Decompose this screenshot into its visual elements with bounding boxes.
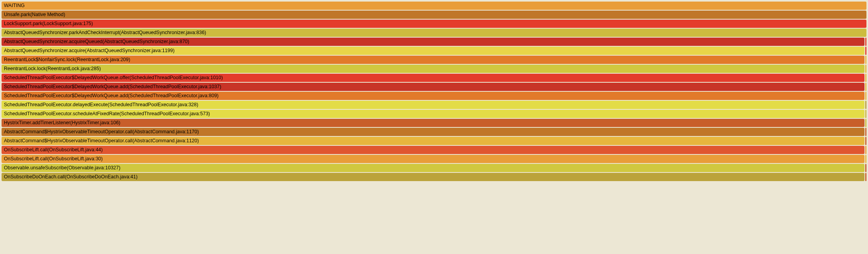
stack-frame-row[interactable]: AbstractQueuedSynchronizer.parkAndCheckI…: [2, 29, 866, 37]
stack-frame-row[interactable]: ScheduledThreadPoolExecutor.delayedExecu…: [2, 101, 866, 109]
stack-frame-bar[interactable]: ScheduledThreadPoolExecutor$DelayedWorkQ…: [2, 92, 864, 100]
stack-frame-sliver[interactable]: [865, 101, 866, 109]
stack-frame-bar[interactable]: WAITING: [2, 2, 866, 10]
stack-frame-sliver[interactable]: [865, 74, 866, 82]
stack-frame-sliver[interactable]: [865, 83, 866, 91]
stack-frame-sliver[interactable]: [865, 110, 866, 118]
stack-frame-bar[interactable]: AbstractQueuedSynchronizer.acquireQueued…: [2, 38, 864, 46]
stack-frame-sliver[interactable]: [865, 164, 866, 172]
stack-frame-bar[interactable]: AbstractCommand$HystrixObservableTimeout…: [2, 128, 864, 136]
stack-frame-sliver[interactable]: [865, 56, 866, 64]
stack-frame-bar[interactable]: HystrixTimer.addTimerListener(HystrixTim…: [2, 119, 864, 127]
stack-frame-row[interactable]: ScheduledThreadPoolExecutor$DelayedWorkQ…: [2, 92, 866, 100]
stack-frame-bar[interactable]: ReentrantLock$NonfairSync.lock(Reentrant…: [2, 56, 864, 64]
stack-frame-sliver[interactable]: [865, 92, 866, 100]
stack-frame-row[interactable]: AbstractCommand$HystrixObservableTimeout…: [2, 128, 866, 136]
stack-frame-bar[interactable]: AbstractCommand$HystrixObservableTimeout…: [2, 137, 864, 145]
stack-frame-sliver[interactable]: [865, 137, 866, 145]
flame-graph: WAITINGUnsafe.park(Native Method)LockSup…: [2, 2, 866, 181]
stack-frame-row[interactable]: OnSubscribeLift.call(OnSubscribeLift.jav…: [2, 155, 866, 163]
stack-frame-sliver[interactable]: [865, 38, 866, 46]
stack-frame-row[interactable]: ScheduledThreadPoolExecutor.scheduleAtFi…: [2, 110, 866, 118]
stack-frame-bar[interactable]: Observable.unsafeSubscribe(Observable.ja…: [2, 164, 864, 172]
stack-frame-row[interactable]: HystrixTimer.addTimerListener(HystrixTim…: [2, 119, 866, 127]
stack-frame-bar[interactable]: ScheduledThreadPoolExecutor$DelayedWorkQ…: [2, 74, 864, 82]
stack-frame-bar[interactable]: OnSubscribeDoOnEach.call(OnSubscribeDoOn…: [2, 173, 864, 181]
stack-frame-bar[interactable]: LockSupport.park(LockSupport.java:175): [2, 20, 866, 28]
stack-frame-bar[interactable]: Unsafe.park(Native Method): [2, 11, 866, 19]
stack-frame-row[interactable]: ReentrantLock.lock(ReentrantLock.java:28…: [2, 65, 866, 73]
stack-frame-bar[interactable]: AbstractQueuedSynchronizer.parkAndCheckI…: [2, 29, 866, 37]
stack-frame-row[interactable]: LockSupport.park(LockSupport.java:175): [2, 20, 866, 28]
stack-frame-row[interactable]: ScheduledThreadPoolExecutor$DelayedWorkQ…: [2, 83, 866, 91]
stack-frame-sliver[interactable]: [865, 119, 866, 127]
stack-frame-bar[interactable]: ScheduledThreadPoolExecutor.delayedExecu…: [2, 101, 864, 109]
stack-frame-sliver[interactable]: [865, 65, 866, 73]
stack-frame-bar[interactable]: ReentrantLock.lock(ReentrantLock.java:28…: [2, 65, 864, 73]
stack-frame-sliver[interactable]: [865, 47, 866, 55]
stack-frame-bar[interactable]: OnSubscribeLift.call(OnSubscribeLift.jav…: [2, 155, 864, 163]
stack-frame-bar[interactable]: ScheduledThreadPoolExecutor.scheduleAtFi…: [2, 110, 864, 118]
stack-frame-row[interactable]: Observable.unsafeSubscribe(Observable.ja…: [2, 164, 866, 172]
stack-frame-sliver[interactable]: [865, 155, 866, 163]
stack-frame-row[interactable]: AbstractQueuedSynchronizer.acquire(Abstr…: [2, 47, 866, 55]
stack-frame-row[interactable]: AbstractQueuedSynchronizer.acquireQueued…: [2, 38, 866, 46]
stack-frame-row[interactable]: ReentrantLock$NonfairSync.lock(Reentrant…: [2, 56, 866, 64]
stack-frame-row[interactable]: OnSubscribeLift.call(OnSubscribeLift.jav…: [2, 146, 866, 154]
stack-frame-row[interactable]: ScheduledThreadPoolExecutor$DelayedWorkQ…: [2, 74, 866, 82]
stack-frame-row[interactable]: WAITING: [2, 2, 866, 10]
stack-frame-sliver[interactable]: [865, 173, 866, 181]
stack-frame-row[interactable]: Unsafe.park(Native Method): [2, 11, 866, 19]
stack-frame-row[interactable]: AbstractCommand$HystrixObservableTimeout…: [2, 137, 866, 145]
stack-frame-sliver[interactable]: [865, 146, 866, 154]
stack-frame-sliver[interactable]: [865, 128, 866, 136]
stack-frame-bar[interactable]: OnSubscribeLift.call(OnSubscribeLift.jav…: [2, 146, 864, 154]
stack-frame-bar[interactable]: ScheduledThreadPoolExecutor$DelayedWorkQ…: [2, 83, 864, 91]
stack-frame-row[interactable]: OnSubscribeDoOnEach.call(OnSubscribeDoOn…: [2, 173, 866, 181]
stack-frame-bar[interactable]: AbstractQueuedSynchronizer.acquire(Abstr…: [2, 47, 864, 55]
